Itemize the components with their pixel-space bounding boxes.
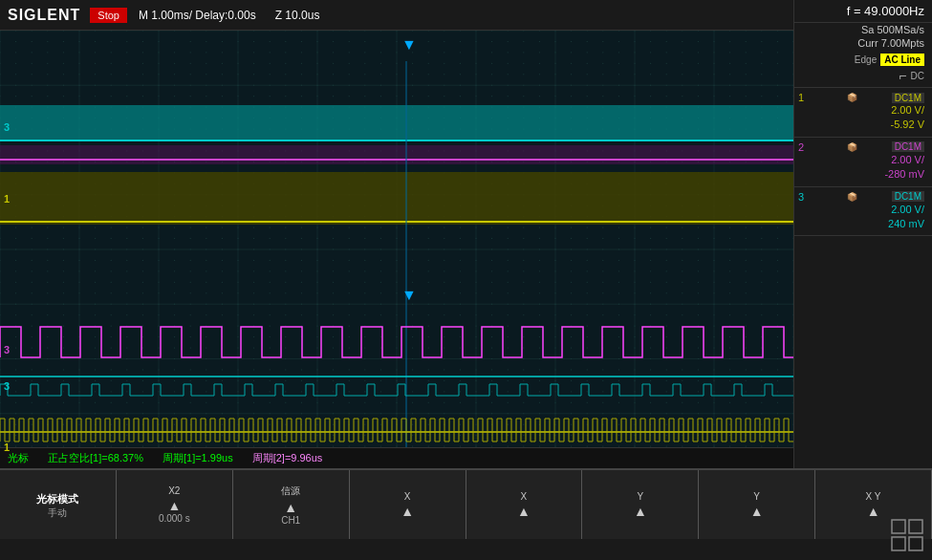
btn2-top: X2 (168, 485, 180, 496)
cursor-label: 光标 (8, 451, 29, 465)
btn7-arrow: ▲ (750, 504, 764, 519)
btn-x[interactable]: X ▲ (350, 470, 466, 539)
btn5-arrow: ▲ (517, 504, 531, 519)
ch1-marker: 1 (0, 193, 13, 205)
ch2-marker2: 3 (0, 344, 13, 355)
bottom-controls: 光标模式 手动 X2 ▲ 0.000 s 信源 ▲ CH1 X ▲ X ▲ Y … (0, 468, 932, 560)
bottom-right-icon (890, 518, 924, 552)
ch2-scale: 2.00 V/-280 mV (798, 153, 924, 183)
svg-rect-0 (892, 520, 905, 533)
trigger-symbol: ⌐ (899, 68, 906, 83)
status-bar: 光标 正占空比[1]=68.37% 周期[1]=1.99us 周期[2]=9.9… (0, 447, 793, 468)
btn4-arrow: ▲ (401, 504, 414, 519)
zoom-info: Z 10.0us (275, 9, 320, 22)
channel2-section: 2 📦 DC1M 2.00 V/-280 mV (794, 138, 932, 187)
dc-label: DC (911, 71, 924, 81)
ch3-number: 3 (798, 191, 813, 203)
ch3-coupling: DC1M (892, 191, 924, 202)
timebase-info: M 1.00ms/ Delay:0.00s (139, 9, 256, 22)
ch1-coupling: DC1M (892, 93, 924, 103)
btn-y2[interactable]: Y ▲ (699, 470, 815, 539)
measure1: 正占空比[1]=68.37% (48, 451, 143, 465)
ch3-scale: 2.00 V/240 mV (798, 203, 924, 232)
btn-x2b[interactable]: X ▲ (466, 470, 583, 539)
btn-source[interactable]: 信源 ▲ CH1 (233, 470, 350, 539)
btn-x2[interactable]: X2 ▲ 0.000 s (117, 470, 233, 539)
ch3-marker2: 3 (0, 380, 13, 392)
channel1-section: 1 📦 DC1M 2.00 V/-5.92 V (794, 88, 932, 138)
btn5-top: X (521, 491, 528, 502)
trigger-section: Edge AC Line ⌐ DC (794, 50, 932, 88)
measure2: 周期[1]=1.99us (163, 451, 233, 465)
grid-icon (890, 518, 924, 552)
right-panel: f = 49.0000Hz Sa 500MSa/s Curr 7.00Mpts … (793, 0, 932, 468)
btn4-top: X (404, 491, 411, 502)
btn2-arrow: ▲ (167, 498, 181, 513)
svg-rect-2 (892, 537, 905, 550)
btn1-main: 光标模式 (36, 492, 78, 506)
measure3: 周期[2]=9.96us (252, 451, 323, 465)
waveform-area: ▼ ▼ 3 1 3 3 1 (0, 31, 793, 468)
btn7-top: Y (753, 491, 760, 502)
btn2-sub: 0.000 s (159, 513, 190, 524)
ch2-number: 2 (798, 141, 813, 153)
svg-rect-1 (909, 520, 922, 533)
ch1-scale: 2.00 V/-5.92 V (798, 103, 924, 133)
scope-display: SIGLENT Stop M 1.00ms/ Delay:0.00s Z 10.… (0, 0, 793, 468)
ch1-marker2: 1 (0, 442, 13, 453)
ac-line-button[interactable]: AC Line (880, 54, 924, 66)
trigger-edge-label: Edge (855, 54, 877, 65)
ch1-number: 1 (798, 92, 813, 103)
sample-rate: Sa 500MSa/s (794, 23, 932, 36)
btn6-arrow: ▲ (634, 504, 647, 519)
header-bar: SIGLENT Stop M 1.00ms/ Delay:0.00s Z 10.… (0, 0, 793, 31)
logo: SIGLENT (8, 7, 80, 24)
btn1-sub: 手动 (48, 506, 67, 520)
btn3-top: 信源 (281, 485, 300, 498)
ch3-icon: 📦 (845, 192, 859, 202)
ch1-icon: 📦 (845, 93, 859, 102)
trigger-arrow-top: ▼ (401, 36, 417, 54)
channel3-section: 3 📦 DC1M 2.00 V/240 mV (794, 187, 932, 237)
scope-canvas (0, 31, 793, 468)
btn-cursor-mode[interactable]: 光标模式 手动 (0, 470, 117, 539)
btn-y[interactable]: Y ▲ (582, 470, 699, 539)
btn6-top: Y (637, 491, 643, 502)
ch2-coupling: DC1M (892, 141, 924, 152)
btn3-sub: CH1 (281, 515, 300, 526)
btn3-arrow: ▲ (284, 500, 297, 515)
ch3-marker: 3 (0, 121, 13, 133)
btn8-top: X Y (866, 491, 881, 502)
svg-rect-3 (909, 537, 922, 550)
btn8-arrow: ▲ (867, 504, 880, 519)
freq-display: f = 49.0000Hz (794, 0, 932, 23)
memory-depth: Curr 7.00Mpts (794, 36, 932, 50)
stop-button[interactable]: Stop (90, 8, 127, 23)
bottom-button-row: 光标模式 手动 X2 ▲ 0.000 s 信源 ▲ CH1 X ▲ X ▲ Y … (0, 470, 932, 539)
trigger-arrow-mid: ▼ (401, 287, 417, 304)
ch2-icon: 📦 (845, 142, 859, 152)
